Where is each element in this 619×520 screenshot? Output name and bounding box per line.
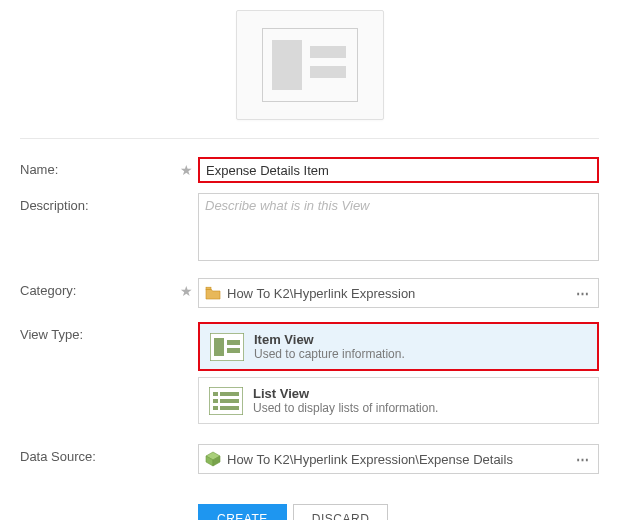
row-view-type: View Type: Item View Used to c xyxy=(20,322,599,430)
folder-icon xyxy=(205,286,221,300)
list-view-title: List View xyxy=(253,386,438,401)
svg-rect-4 xyxy=(206,287,211,289)
item-view-title: Item View xyxy=(254,332,405,347)
item-view-icon xyxy=(210,333,244,361)
view-type-item[interactable]: Item View Used to capture information. xyxy=(198,322,599,371)
divider xyxy=(20,138,599,139)
item-view-glyph xyxy=(262,28,358,102)
row-data-source: Data Source: How To K2\Hyperlink Express… xyxy=(20,444,599,474)
list-view-icon xyxy=(209,387,243,415)
svg-rect-1 xyxy=(272,40,302,90)
label-view-type: View Type: xyxy=(20,322,180,342)
category-browse-button[interactable]: ⋯ xyxy=(572,282,594,304)
create-button[interactable]: CREATE xyxy=(198,504,287,520)
cube-icon xyxy=(205,451,221,467)
row-category: Category: ★ How To K2\Hyperlink Expressi… xyxy=(20,278,599,308)
svg-rect-10 xyxy=(213,392,218,396)
label-description: Description: xyxy=(20,193,180,213)
svg-rect-11 xyxy=(220,392,239,396)
svg-rect-13 xyxy=(220,399,239,403)
item-view-hero-icon xyxy=(236,10,384,120)
label-category: Category: xyxy=(20,278,180,298)
required-marker: ★ xyxy=(180,157,198,178)
data-source-browse-button[interactable]: ⋯ xyxy=(572,448,594,470)
item-view-subtitle: Used to capture information. xyxy=(254,347,405,361)
data-source-value: How To K2\Hyperlink Expression\Expense D… xyxy=(227,452,572,467)
category-value: How To K2\Hyperlink Expression xyxy=(227,286,572,301)
svg-rect-7 xyxy=(227,340,240,345)
description-input[interactable] xyxy=(198,193,599,261)
row-name: Name: ★ xyxy=(20,157,599,183)
discard-button[interactable]: DISCARD xyxy=(293,504,389,520)
label-name: Name: xyxy=(20,157,180,177)
svg-rect-8 xyxy=(227,348,240,353)
view-config-panel: Name: ★ Description: Category: ★ How To xyxy=(0,0,619,520)
svg-rect-3 xyxy=(310,66,346,78)
svg-rect-2 xyxy=(310,46,346,58)
view-type-list[interactable]: List View Used to display lists of infor… xyxy=(198,377,599,424)
label-data-source: Data Source: xyxy=(20,444,180,464)
svg-rect-14 xyxy=(213,406,218,410)
data-source-picker[interactable]: How To K2\Hyperlink Expression\Expense D… xyxy=(198,444,599,474)
svg-rect-6 xyxy=(214,338,224,356)
svg-rect-15 xyxy=(220,406,239,410)
svg-rect-12 xyxy=(213,399,218,403)
header-icon-area xyxy=(20,0,599,138)
name-input[interactable] xyxy=(198,157,599,183)
row-buttons: CREATE DISCARD xyxy=(20,488,599,520)
required-marker: ★ xyxy=(180,278,198,299)
row-description: Description: xyxy=(20,193,599,264)
category-picker[interactable]: How To K2\Hyperlink Expression ⋯ xyxy=(198,278,599,308)
view-type-options: Item View Used to capture information. xyxy=(198,322,599,424)
list-view-subtitle: Used to display lists of information. xyxy=(253,401,438,415)
